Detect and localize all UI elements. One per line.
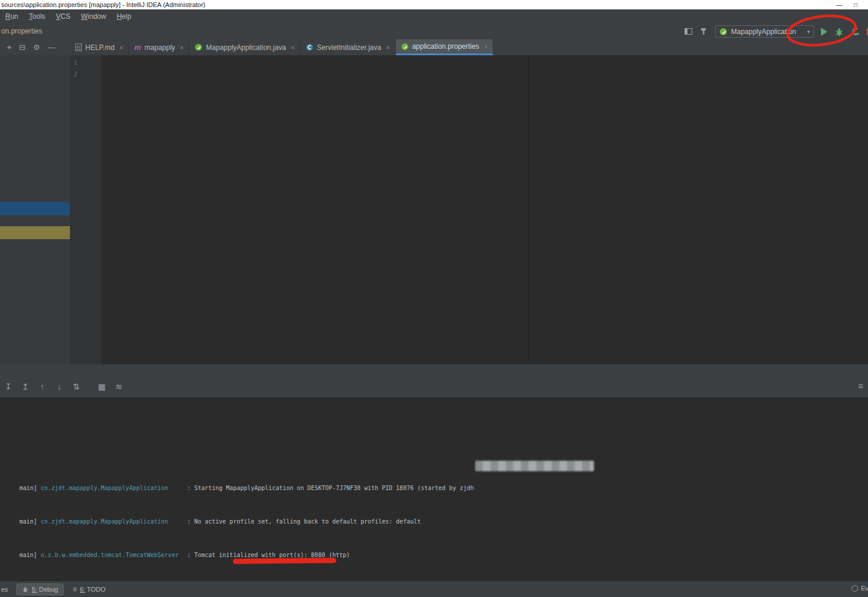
scroll-to-bottom-icon[interactable]: ↧: [4, 382, 13, 391]
toolwindow-todo-button[interactable]: ≡ 6: TODO: [68, 583, 111, 595]
menu-vcs[interactable]: VCS: [51, 9, 76, 24]
project-panel-header: ⌖ ⊟ ⚙ —: [0, 39, 70, 55]
menu-help[interactable]: Help: [111, 9, 136, 24]
titlebar: sources\application.properties [mapapply…: [0, 0, 868, 9]
menu-window[interactable]: Window: [76, 9, 112, 24]
java-class-icon: [306, 43, 313, 51]
privacy-blur: [475, 461, 594, 471]
todo-list-icon: ≡: [73, 585, 77, 593]
tab-help-md[interactable]: HELP.md ×: [70, 39, 129, 55]
close-icon[interactable]: ×: [291, 44, 294, 51]
minimize-button[interactable]: —: [836, 2, 842, 8]
project-panel[interactable]: [0, 55, 70, 364]
up-stack-trace-icon[interactable]: ↑: [38, 382, 47, 391]
statusbar: es 5: Debug ≡ 6: TODO Ev: [0, 581, 868, 597]
soft-wrap-icon[interactable]: ≋: [114, 382, 123, 391]
sort-icon[interactable]: ⇅: [72, 382, 81, 391]
close-icon[interactable]: ×: [180, 44, 183, 51]
collapse-all-icon[interactable]: ⊟: [19, 43, 25, 52]
menubar: Run Tools VCS Window Help: [0, 9, 868, 24]
event-log-button[interactable]: Ev: [852, 585, 868, 592]
tab-label: mapapply: [145, 43, 175, 52]
maximize-button[interactable]: □: [854, 2, 857, 8]
tab-mapapply[interactable]: m mapapply ×: [129, 39, 189, 55]
spring-boot-icon: [719, 28, 727, 36]
window-controls: — □ ×: [836, 0, 868, 9]
locate-file-icon[interactable]: ⌖: [7, 43, 11, 52]
line-number: 2: [74, 69, 101, 81]
tab-label: MapapplyApplication.java: [206, 43, 286, 52]
log-line: main] o.s.b.w.embedded.tomcat.TomcatWebS…: [19, 549, 868, 561]
markdown-file-icon: [75, 43, 82, 51]
intellij-window: sources\application.properties [mapapply…: [0, 0, 868, 597]
tab-label: application.properties: [412, 42, 479, 51]
editor-tabbar: HELP.md × m mapapply × MapapplyApplicati…: [70, 39, 868, 55]
navigation-bar: on.properties MapapplyApplication ▾: [0, 24, 868, 39]
tab-servlet-initializer-java[interactable]: ServletInitializer.java ×: [301, 39, 396, 55]
hide-panel-icon[interactable]: —: [48, 43, 55, 52]
editor-area[interactable]: [101, 55, 868, 364]
annotation-red-circle: [783, 13, 860, 48]
close-icon[interactable]: ×: [119, 44, 123, 51]
menu-tools[interactable]: Tools: [24, 9, 51, 24]
console-output[interactable]: main] cn.zjdt.mapapply.MapapplyApplicati…: [0, 397, 868, 581]
editor-gutter: 1 2: [70, 55, 101, 364]
tab-mapapply-application-java[interactable]: MapapplyApplication.java ×: [189, 39, 301, 55]
window-title: sources\application.properties [mapapply…: [1, 1, 205, 8]
line-number: 1: [74, 57, 101, 69]
todo-toolwindow-label: 6: TODO: [80, 586, 106, 593]
menu-run[interactable]: Run: [0, 9, 24, 24]
spring-properties-icon: [401, 43, 409, 51]
log-line: main] cn.zjdt.mapapply.MapapplyApplicati…: [19, 516, 868, 527]
build-hammer-icon[interactable]: [699, 27, 708, 36]
editor-split-divider[interactable]: [528, 55, 529, 364]
event-log-label: Ev: [861, 585, 868, 592]
project-tree-row-highlighted[interactable]: [0, 226, 70, 239]
toolwindow-debug-button[interactable]: 5: Debug: [16, 583, 64, 595]
bug-icon: [22, 586, 29, 593]
tab-label: ServletInitializer.java: [317, 43, 381, 52]
close-icon[interactable]: ×: [484, 43, 488, 50]
breadcrumb[interactable]: on.properties: [1, 27, 42, 35]
console-menu-icon[interactable]: ≡: [858, 381, 863, 391]
event-log-icon: [852, 585, 858, 592]
project-tree-row-selected[interactable]: [0, 202, 70, 215]
tab-label: HELP.md: [85, 43, 115, 52]
close-icon[interactable]: ×: [386, 44, 389, 51]
gear-icon[interactable]: ⚙: [33, 43, 40, 52]
spring-boot-class-icon: [195, 43, 202, 51]
grid-icon[interactable]: ▦: [97, 382, 106, 391]
tab-application-properties[interactable]: application.properties ×: [396, 39, 494, 55]
layout-icon[interactable]: [685, 28, 692, 35]
down-stack-trace-icon[interactable]: ↓: [55, 382, 64, 391]
debug-toolwindow-label: 5: Debug: [32, 586, 58, 593]
console-splitter[interactable]: [0, 364, 868, 376]
maven-module-icon: m: [134, 43, 141, 51]
statusbar-clipped-label: es: [1, 586, 12, 593]
log-line: main] cn.zjdt.mapapply.MapapplyApplicati…: [19, 482, 868, 494]
console-toolbar: ↧ ↥ ↑ ↓ ⇅ ▦ ≋ ≡: [0, 376, 868, 397]
scroll-to-top-icon[interactable]: ↥: [21, 382, 30, 391]
annotation-red-underline: [233, 558, 336, 564]
